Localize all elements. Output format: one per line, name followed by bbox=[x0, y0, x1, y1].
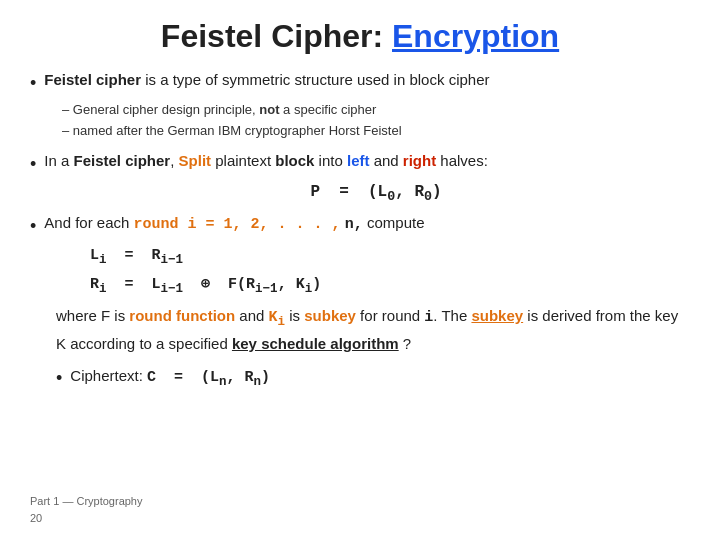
bullet-4: • Ciphertext: C = (Ln, Rn) bbox=[30, 366, 690, 391]
ciphertext-line: • Ciphertext: C = (Ln, Rn) bbox=[56, 366, 690, 391]
math-line-2: Ri = Li−1 ⊕ F(Ri−1, Ki) bbox=[90, 272, 690, 300]
footer: Part 1 — Cryptography 20 bbox=[30, 493, 143, 526]
bullet-dot-4: • bbox=[56, 366, 62, 391]
footer-line1: Part 1 — Cryptography bbox=[30, 493, 143, 510]
sub-bullet-1-1: General cipher design principle, not a s… bbox=[62, 100, 690, 121]
bullet-dot-1: • bbox=[30, 71, 36, 96]
bullet-2-text: In a Feistel cipher, Split plaintext blo… bbox=[44, 152, 488, 169]
footer-line2: 20 bbox=[30, 510, 143, 527]
bullet-dot-2: • bbox=[30, 152, 36, 177]
p-formula: P = (L0, R0) bbox=[62, 183, 690, 204]
bullet-2: • In a Feistel cipher, Split plaintext b… bbox=[30, 152, 690, 204]
bullet-dot-3: • bbox=[30, 214, 36, 239]
bullet-3: • And for each round i = 1, 2, . . . , n… bbox=[30, 214, 690, 356]
page-title: Feistel Cipher: Encryption bbox=[30, 18, 690, 55]
ciphertext-label: Ciphertext: C = (Ln, Rn) bbox=[70, 367, 270, 389]
bullet-1-main: • Feistel cipher is a type of symmetric … bbox=[30, 71, 690, 96]
inline-description: where F is round function and Ki is subk… bbox=[56, 304, 690, 356]
math-line-1: Li = Ri−1 bbox=[90, 243, 690, 271]
bullet-3-text: And for each round i = 1, 2, . . . , n, … bbox=[44, 214, 424, 233]
sub-bullets-1: General cipher design principle, not a s… bbox=[62, 100, 690, 142]
bullet-2-main: • In a Feistel cipher, Split plaintext b… bbox=[30, 152, 690, 177]
bullet-3-main: • And for each round i = 1, 2, . . . , n… bbox=[30, 214, 690, 239]
title-prefix: Feistel Cipher: bbox=[161, 18, 392, 54]
title-highlight: Encryption bbox=[392, 18, 559, 54]
bullet-1: • Feistel cipher is a type of symmetric … bbox=[30, 71, 690, 142]
math-block: Li = Ri−1 Ri = Li−1 ⊕ F(Ri−1, Ki) bbox=[90, 243, 690, 300]
sub-bullet-1-2: named after the German IBM cryptographer… bbox=[62, 121, 690, 142]
feistel-cipher-label: Feistel cipher bbox=[44, 71, 141, 88]
bullet-1-text: Feistel cipher is a type of symmetric st… bbox=[44, 71, 489, 88]
